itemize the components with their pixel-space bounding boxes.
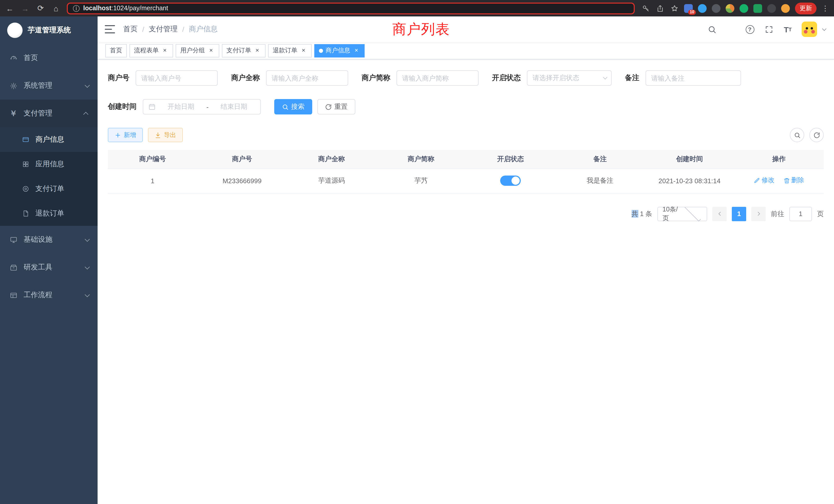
col-create-time: 创建时间: [645, 150, 734, 168]
sidebar: 芋道管理系统 首页 系统管理 ￥ 支付管理: [0, 17, 97, 504]
browser-forward-icon[interactable]: →: [21, 4, 30, 13]
filter-short-name: 商户简称: [361, 70, 479, 86]
merchant-card-icon: [22, 136, 29, 143]
browser-chrome: ← → ⟳ ⌂ i localhost:1024/pay/merchant 10: [0, 0, 834, 17]
sidebar-item-home[interactable]: 首页: [0, 44, 97, 72]
avatar-caret-icon[interactable]: [822, 26, 827, 31]
bookmark-star-icon[interactable]: [670, 4, 679, 13]
pay-order-icon: [22, 185, 29, 193]
gear-icon: [9, 82, 18, 90]
tab-refund-order[interactable]: 退款订单×: [268, 44, 312, 57]
page-size-select[interactable]: 10条/页: [657, 207, 707, 221]
tab-pay-order[interactable]: 支付订单×: [222, 44, 265, 57]
site-info-icon[interactable]: i: [73, 5, 80, 12]
close-icon[interactable]: ×: [254, 47, 261, 54]
merchant-no-input[interactable]: [136, 70, 218, 86]
sidebar-item-payment[interactable]: ￥ 支付管理: [0, 99, 97, 127]
toolbar-right-tools: [790, 128, 824, 142]
password-key-icon[interactable]: [641, 4, 650, 13]
close-icon[interactable]: ×: [207, 47, 215, 54]
search-icon: [282, 104, 289, 110]
browser-update-button[interactable]: 更新: [795, 2, 816, 14]
sidebar-item-infrastructure[interactable]: 基础设施: [0, 226, 97, 254]
col-full-name: 商户全称: [287, 150, 376, 168]
short-name-input[interactable]: [396, 70, 479, 86]
fullscreen-icon[interactable]: [764, 24, 774, 35]
tab-home[interactable]: 首页: [105, 44, 127, 57]
help-icon[interactable]: ?: [745, 24, 755, 35]
chevron-down-icon: [85, 264, 90, 269]
extension-icon[interactable]: [726, 4, 734, 13]
app-logo[interactable]: 芋道管理系统: [0, 17, 97, 44]
edit-link[interactable]: 修改: [754, 176, 774, 185]
goto-label: 前往: [771, 209, 784, 219]
top-navbar: 首页 / 支付管理 / 商户信息 商户列表 ? TT: [97, 17, 834, 42]
browser-menu-icon[interactable]: ⋮: [822, 4, 829, 12]
sidebar-collapse-icon[interactable]: [105, 25, 115, 33]
col-merchant-no: 商户号: [197, 150, 287, 168]
close-icon[interactable]: ×: [161, 47, 169, 54]
extension-icon[interactable]: [767, 4, 776, 13]
refresh-icon: [325, 104, 332, 110]
user-avatar[interactable]: [802, 22, 817, 37]
tab-user-group[interactable]: 用户分组×: [176, 44, 219, 57]
merchant-table: 商户编号 商户号 商户全称 商户简称 开启状态 备注 创建时间 操作 1: [108, 150, 824, 193]
sidebar-item-dev-tools[interactable]: 研发工具: [0, 254, 97, 281]
search-icon[interactable]: [707, 24, 717, 35]
close-icon[interactable]: ×: [300, 47, 307, 54]
status-select[interactable]: 请选择开启状态: [527, 70, 612, 86]
sidebar-item-pay-order[interactable]: 支付订单: [0, 177, 97, 201]
cell-create-time: 2021-10-23 08:31:14: [645, 168, 734, 193]
prev-page-button[interactable]: [712, 207, 727, 221]
remark-input[interactable]: [645, 70, 741, 86]
search-button[interactable]: 搜索: [274, 99, 312, 114]
share-icon[interactable]: [655, 4, 664, 13]
show-search-icon[interactable]: [790, 128, 804, 142]
sidebar-item-merchant-info[interactable]: 商户信息: [0, 127, 97, 152]
browser-home-icon[interactable]: ⌂: [51, 4, 61, 13]
logo-avatar: [7, 23, 23, 38]
browser-reload-icon[interactable]: ⟳: [36, 4, 45, 13]
chevron-down-icon: [85, 236, 90, 242]
goto-suffix: 页: [817, 209, 824, 219]
export-button[interactable]: 导出: [148, 128, 183, 142]
sidebar-item-app-info[interactable]: 应用信息: [0, 152, 97, 177]
sidebar-item-refund-order[interactable]: 退款订单: [0, 201, 97, 226]
sidebar-item-workflow[interactable]: 工作流程: [0, 281, 97, 309]
sidebar-item-system[interactable]: 系统管理: [0, 72, 97, 99]
font-size-icon[interactable]: TT: [783, 24, 793, 35]
url-bar[interactable]: i localhost:1024/pay/merchant: [67, 2, 635, 14]
browser-back-icon[interactable]: ←: [5, 4, 14, 13]
github-icon[interactable]: [726, 24, 736, 35]
breadcrumb-home[interactable]: 首页: [123, 25, 138, 34]
close-icon[interactable]: ×: [353, 47, 360, 54]
tab-merchant-info[interactable]: 商户信息×: [314, 44, 365, 57]
add-button[interactable]: 新增: [108, 128, 143, 142]
delete-link[interactable]: 删除: [784, 176, 804, 185]
date-range-picker[interactable]: 开始日期 - 结束日期: [143, 99, 261, 114]
extension-icon[interactable]: [712, 4, 721, 13]
extension-icon[interactable]: 10: [684, 4, 693, 13]
refresh-table-icon[interactable]: [809, 128, 824, 142]
breadcrumb-payment[interactable]: 支付管理: [149, 25, 178, 34]
table-row: 1 M233666999 芋道源码 芋艿 我是备注 2021-10-23 08:…: [108, 168, 824, 193]
full-name-input[interactable]: [266, 70, 348, 86]
trash-icon: [784, 178, 790, 184]
dashboard-icon: [9, 54, 18, 62]
profile-avatar-icon[interactable]: [781, 4, 790, 13]
chevron-down-icon: [603, 75, 607, 79]
goto-page-input[interactable]: [789, 207, 812, 221]
yen-icon: ￥: [9, 109, 18, 117]
chevron-down-icon: [85, 292, 90, 297]
extension-icon[interactable]: [698, 4, 707, 13]
next-page-button[interactable]: [751, 207, 766, 221]
page-number-button[interactable]: 1: [732, 207, 746, 221]
reset-button[interactable]: 重置: [317, 99, 355, 114]
tab-process-form[interactable]: 流程表单×: [129, 44, 173, 57]
payment-submenu: 商户信息 应用信息 支付订单 退款订单: [0, 127, 97, 226]
status-toggle[interactable]: [500, 176, 521, 186]
extension-icon[interactable]: [740, 4, 748, 13]
browser-toolbar-right: 10 更新 ⋮: [641, 2, 829, 14]
extension-icon[interactable]: [753, 4, 762, 13]
table-toolbar: 新增 导出: [108, 128, 824, 142]
